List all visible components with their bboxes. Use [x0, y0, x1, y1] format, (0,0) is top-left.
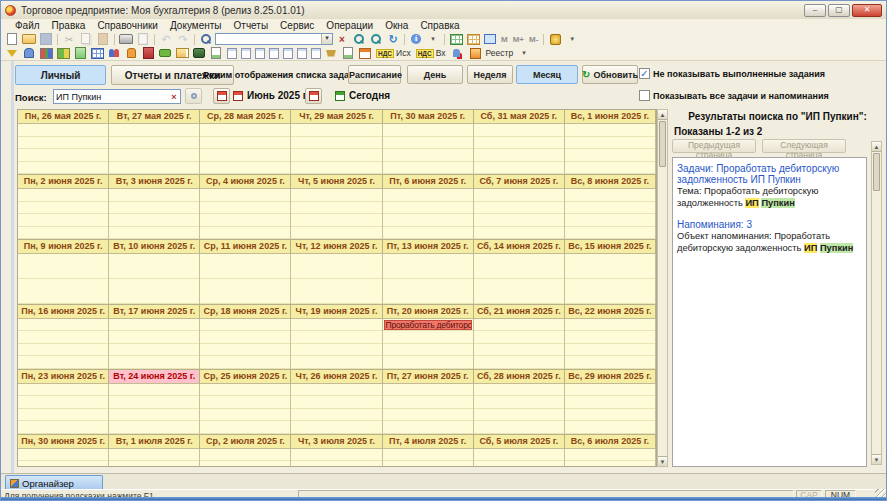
refresh-button[interactable]: ↻ Обновить [582, 65, 638, 84]
quick-search-input[interactable] [216, 35, 321, 44]
calendar-day-cell[interactable] [109, 384, 200, 434]
calendar-day-header[interactable]: Чт, 5 июня 2025 г. [291, 175, 382, 189]
calendar-day-cell[interactable] [565, 384, 656, 434]
calendar-day-header[interactable]: Пт, 4 июля 2025 г. [383, 435, 474, 449]
calendar-day-header[interactable]: Ср, 28 мая 2025 г. [200, 110, 291, 124]
new-document-icon[interactable] [4, 33, 20, 46]
nds-button[interactable]: НДСИсх [374, 48, 413, 58]
result-link-reminders[interactable]: Напоминания: 3 [677, 219, 862, 230]
calendar-day-cell[interactable]: Проработать дебиторскую за [383, 319, 474, 369]
calendar-day-header[interactable]: Вт, 27 мая 2025 г. [109, 110, 200, 124]
doc-mini-icon[interactable] [309, 47, 322, 60]
menu-item-edit[interactable]: Правка [46, 20, 92, 31]
table-green-icon[interactable] [448, 33, 464, 46]
calendar-day-header[interactable]: Ср, 18 июня 2025 г. [200, 305, 291, 319]
table-color-icon[interactable] [89, 47, 105, 60]
calendar-day-header[interactable]: Пн, 16 июня 2025 г. [18, 305, 109, 319]
calendar-day-cell[interactable] [200, 189, 291, 239]
doc-mini-icon[interactable] [253, 47, 266, 60]
calendar-day-header[interactable]: Сб, 21 июня 2025 г. [474, 305, 565, 319]
scrollbar-thumb[interactable] [659, 121, 666, 167]
info-icon[interactable] [408, 33, 424, 46]
calendar-day-cell[interactable] [474, 319, 565, 369]
registry-button[interactable]: Реестр [466, 47, 516, 60]
calendar-day-header[interactable]: Пт, 30 мая 2025 г. [383, 110, 474, 124]
edit-doc-icon[interactable] [208, 47, 224, 60]
prev-page-button[interactable]: Предыдущая страница [672, 139, 756, 153]
services-icon[interactable] [547, 33, 563, 46]
calendar-day-header[interactable]: Чт, 29 мая 2025 г. [291, 110, 382, 124]
find-icon[interactable] [198, 33, 214, 46]
partners-icon[interactable] [106, 47, 122, 60]
calendar-day-header[interactable]: Вс, 1 июня 2025 г. [565, 110, 656, 124]
table-plain-icon[interactable] [465, 33, 481, 46]
calendar-day-cell[interactable] [109, 254, 200, 304]
cut-icon[interactable] [61, 33, 77, 46]
scroll-down-icon[interactable]: ▼ [872, 454, 881, 464]
close-button[interactable] [852, 4, 882, 17]
print-preview-icon[interactable] [135, 33, 151, 46]
calendar-day-header[interactable]: Чт, 19 июня 2025 г. [291, 305, 382, 319]
calendar-day-header[interactable]: Вт, 3 июня 2025 г. [109, 175, 200, 189]
user-edit-icon[interactable] [21, 47, 37, 60]
calendar-day-cell[interactable] [109, 124, 200, 174]
calendar-day-cell[interactable] [18, 124, 109, 174]
redo-icon[interactable] [175, 33, 191, 46]
results-scrollbar[interactable]: ▲ ▼ [871, 141, 882, 465]
show-all-checkbox[interactable]: Показывать все задачи и напоминания [639, 90, 829, 101]
search-input[interactable] [54, 92, 168, 102]
clear-search-icon[interactable]: × [168, 92, 180, 102]
search-input-box[interactable]: × [53, 89, 181, 104]
calendar-day-header[interactable]: Вт, 1 июля 2025 г. [109, 435, 200, 449]
calendar-day-header[interactable]: Пн, 30 июня 2025 г. [18, 435, 109, 449]
calendar-orange-icon[interactable] [357, 47, 373, 60]
calendar-day-cell[interactable] [18, 449, 109, 467]
calendar-day-cell[interactable] [200, 449, 291, 467]
doc-mini-icon[interactable] [239, 47, 252, 60]
user-busy-icon[interactable] [449, 47, 465, 60]
view-day-button[interactable]: День [407, 65, 463, 84]
today-button[interactable]: Сегодня [335, 90, 390, 101]
personal-tab-button[interactable]: Личный [15, 65, 106, 85]
calendar-day-cell[interactable] [200, 254, 291, 304]
calendar-day-header[interactable]: Вт, 10 июня 2025 г. [109, 240, 200, 254]
calendar-day-cell[interactable] [18, 319, 109, 369]
quick-search-combobox[interactable] [215, 33, 333, 45]
checkbox-unchecked-icon[interactable] [639, 90, 650, 101]
doc-mini-icon[interactable] [295, 47, 308, 60]
filter-icon[interactable] [4, 47, 20, 60]
calendar-day-header[interactable]: Вс, 15 июня 2025 г. [565, 240, 656, 254]
print-icon[interactable] [118, 33, 134, 46]
calendar-day-cell[interactable] [383, 449, 474, 467]
calculator-memory-button[interactable]: M [499, 35, 510, 44]
next-page-button[interactable]: Следующая страница [762, 139, 846, 153]
calendar-day-cell[interactable] [565, 189, 656, 239]
next-month-button[interactable] [305, 88, 322, 104]
scroll-down-icon[interactable]: ▼ [658, 456, 667, 466]
find-next-icon[interactable] [351, 33, 367, 46]
calendar-day-cell[interactable] [291, 319, 382, 369]
calendar-day-cell[interactable] [291, 189, 382, 239]
view-schedule-button[interactable]: Расписание [348, 65, 401, 84]
view-week-button[interactable]: Неделя [467, 65, 513, 84]
calendar-day-cell[interactable] [383, 124, 474, 174]
maximize-button[interactable] [828, 4, 850, 17]
copy-icon[interactable] [78, 33, 94, 46]
save-icon[interactable] [38, 33, 54, 46]
calculator-memory-button[interactable]: M- [527, 35, 540, 44]
scroll-up-icon[interactable]: ▲ [658, 110, 667, 120]
edit-doc-green-icon[interactable] [340, 47, 356, 60]
window-tab-organizer[interactable]: Органайзер [5, 475, 103, 490]
calendar-day-cell[interactable] [474, 189, 565, 239]
calendar-day-cell[interactable] [200, 384, 291, 434]
paste-icon[interactable] [95, 33, 111, 46]
task-item[interactable]: Проработать дебиторскую за [384, 320, 472, 330]
calendar-day-header[interactable]: Вт, 17 июня 2025 г. [109, 305, 200, 319]
calendar-day-header[interactable]: Сб, 5 июля 2025 г. [474, 435, 565, 449]
undo-icon[interactable] [158, 33, 174, 46]
calendar-day-cell[interactable] [291, 124, 382, 174]
calendar-day-cell[interactable] [18, 254, 109, 304]
calendar-day-cell[interactable] [18, 189, 109, 239]
title-bar[interactable]: Торговое предприятие: Моя бухгалтерия 8 … [1, 1, 886, 19]
calendar-day-header[interactable]: Пт, 13 июня 2025 г. [383, 240, 474, 254]
